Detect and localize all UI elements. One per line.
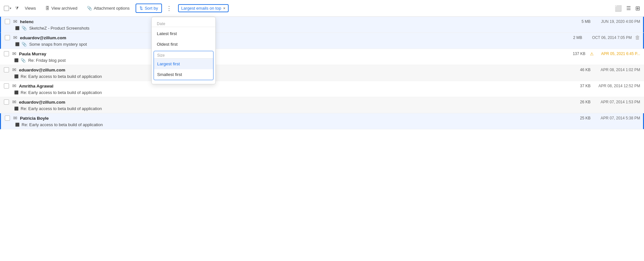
- envelope-icon: ✉: [13, 19, 17, 24]
- sender-name: eduardov@zillum.com: [20, 35, 565, 40]
- attachment-options-button[interactable]: 📎 Attachment options: [83, 4, 133, 13]
- filter-chip-close[interactable]: ×: [223, 6, 225, 11]
- email-subject-row: ⬛Re: Early access to beta build of appli…: [0, 106, 644, 113]
- top-bar: ▾ ⧩ Views 🗄 View archived 📎 Attachment o…: [0, 0, 644, 17]
- sender-name: Patricia Boyle: [20, 116, 574, 121]
- paperclip-icon: 📎: [22, 26, 28, 31]
- envelope-icon: ✉: [13, 115, 17, 121]
- oldest-first-option[interactable]: Oldest first: [152, 39, 215, 50]
- row-checkbox[interactable]: [5, 19, 10, 24]
- archive-icon: 🗄: [45, 6, 50, 11]
- thread-icon: ⬛: [15, 42, 20, 46]
- email-row[interactable]: ✉Paula Murray137 KB⚠APR 05, 2021 6:45 P.…: [0, 49, 644, 65]
- select-all-checkbox[interactable]: [4, 6, 9, 11]
- checkbox-dropdown-chevron[interactable]: ▾: [10, 6, 11, 10]
- oldest-first-label: Oldest first: [157, 42, 178, 47]
- attachment-icon: 📎: [87, 6, 92, 11]
- warning-icon: ⚠: [590, 51, 594, 56]
- thread-icon: ⬛: [15, 123, 20, 127]
- email-row-inner: ✉Paula Murray137 KB⚠APR 05, 2021 6:45 P.…: [0, 49, 644, 57]
- sort-dropdown: Date Latest first Oldest first Size Larg…: [151, 17, 216, 84]
- right-icons: ⬜ ☰ ⊞: [615, 5, 640, 12]
- smallest-first-label: Smallest first: [157, 72, 182, 77]
- thread-icon: ⬛: [15, 26, 20, 30]
- email-row[interactable]: ✉Patricia Boyle25 KBAPR 07, 2014 5:38 PM…: [0, 113, 644, 129]
- largest-first-label: Largest first: [157, 61, 180, 66]
- sender-name: eduardov@zillum.com: [19, 100, 574, 105]
- thread-icon: ⬛: [14, 107, 19, 111]
- subject-text: 📎 SketcheZ - Product Screenshots: [22, 26, 640, 31]
- email-row-inner: ✉Amritha Agrawal37 KBAPR 08, 2014 12:52 …: [0, 81, 644, 89]
- email-size: 25 KB: [574, 116, 591, 120]
- smallest-first-option[interactable]: Smallest first: [154, 69, 213, 80]
- email-row-inner: ✉helenc5 MBJUN 19, 2020 4:00 PM: [1, 17, 644, 25]
- email-row[interactable]: ✉helenc5 MBJUN 19, 2020 4:00 PM⬛📎 Sketch…: [0, 17, 644, 33]
- subject-text: Re: Early access to beta build of applic…: [21, 74, 640, 79]
- filter-chip-label: Largest emails on top: [181, 6, 221, 11]
- thread-icon: ⬛: [14, 58, 19, 62]
- email-row[interactable]: ✉eduardov@zillum.com2 MBOCT 06, 2014 7:0…: [0, 33, 644, 49]
- latest-first-option[interactable]: Latest first: [152, 28, 215, 39]
- email-row-inner: ✉Patricia Boyle25 KBAPR 07, 2014 5:38 PM: [1, 113, 644, 122]
- view-archived-label: View archived: [51, 6, 77, 11]
- email-row-inner: ✉eduardov@zillum.com26 KBAPR 07, 2014 1:…: [0, 97, 644, 106]
- attachment-options-label: Attachment options: [94, 6, 129, 11]
- email-size: 37 KB: [574, 84, 591, 88]
- email-subject-row: ⬛Re: Early access to beta build of appli…: [0, 89, 644, 97]
- email-subject-row: ⬛📎 Some snaps from mystery spot: [1, 41, 644, 49]
- email-size: 46 KB: [574, 68, 591, 72]
- envelope-icon: ✉: [12, 83, 16, 89]
- row-checkbox[interactable]: [5, 116, 10, 121]
- email-date: APR 05, 2021 6:45 P...: [595, 51, 640, 56]
- email-date: APR 08, 2014 1:02 PM: [595, 68, 640, 72]
- email-size: 5 MB: [574, 19, 591, 24]
- email-row[interactable]: ✉Amritha Agrawal37 KBAPR 08, 2014 12:52 …: [0, 81, 644, 97]
- select-all-wrap: ▾: [4, 6, 11, 11]
- email-row[interactable]: ✉eduardov@zillum.com26 KBAPR 07, 2014 1:…: [0, 97, 644, 113]
- row-checkbox[interactable]: [4, 67, 9, 72]
- email-subject-row: ⬛📎 Re: Friday blog post: [0, 57, 644, 65]
- compact-view-icon[interactable]: ⬜: [615, 5, 622, 12]
- email-date: APR 07, 2014 5:38 PM: [595, 116, 640, 120]
- open-envelope-icon: ✉: [12, 67, 16, 73]
- row-checkbox[interactable]: [4, 51, 9, 56]
- filter-icon: ⧩: [15, 6, 19, 11]
- open-envelope-icon: ✉: [13, 35, 17, 41]
- email-subject-row: ⬛📎 SketcheZ - Product Screenshots: [1, 25, 644, 33]
- more-options-button[interactable]: ⋮: [165, 4, 174, 13]
- thread-icon: ⬛: [14, 90, 19, 95]
- email-row[interactable]: ✉eduardov@zillum.com46 KBAPR 08, 2014 1:…: [0, 65, 644, 81]
- email-subject-row: ⬛Re: Early access to beta build of appli…: [1, 122, 644, 129]
- subject-text: Re: Early access to beta build of applic…: [22, 122, 640, 127]
- latest-first-label: Latest first: [157, 31, 177, 36]
- email-row-inner: ✉eduardov@zillum.com46 KBAPR 08, 2014 1:…: [0, 65, 644, 73]
- row-checkbox[interactable]: [5, 35, 10, 40]
- sort-by-button[interactable]: ⇅ Sort by: [136, 4, 162, 13]
- email-subject-row: ⬛Re: Early access to beta build of appli…: [0, 73, 644, 81]
- size-section-label: Size: [154, 51, 213, 58]
- grid-view-icon[interactable]: ⊞: [635, 5, 640, 12]
- subject-text: 📎 Re: Friday blog post: [21, 58, 640, 63]
- date-section: Date Latest first Oldest first: [152, 20, 215, 50]
- views-button[interactable]: Views: [21, 4, 39, 13]
- sender-name: helenc: [20, 19, 574, 24]
- list-view-icon[interactable]: ☰: [626, 5, 631, 11]
- more-icon: ⋮: [166, 5, 172, 12]
- email-row-inner: ✉eduardov@zillum.com2 MBOCT 06, 2014 7:0…: [1, 33, 644, 41]
- subject-text: 📎 Some snaps from mystery spot: [22, 42, 640, 47]
- largest-first-option[interactable]: Largest first: [154, 59, 213, 69]
- delete-icon[interactable]: 🗑: [635, 35, 640, 41]
- row-checkbox[interactable]: [4, 99, 9, 105]
- row-checkbox[interactable]: [4, 83, 9, 89]
- views-label: Views: [25, 6, 36, 11]
- view-archived-button[interactable]: 🗄 View archived: [42, 4, 81, 13]
- email-date: APR 07, 2014 1:53 PM: [595, 100, 640, 104]
- filter-chip[interactable]: Largest emails on top ×: [178, 4, 229, 12]
- sender-name: Amritha Agrawal: [19, 84, 574, 89]
- sender-name: Paula Murray: [19, 51, 569, 56]
- email-size: 2 MB: [565, 35, 582, 40]
- email-date: APR 08, 2014 12:52 PM: [595, 84, 640, 88]
- subject-text: Re: Early access to beta build of applic…: [21, 106, 640, 111]
- email-date: OCT 06, 2014 7:05 PM: [587, 35, 632, 40]
- subject-text: Re: Early access to beta build of applic…: [21, 90, 640, 95]
